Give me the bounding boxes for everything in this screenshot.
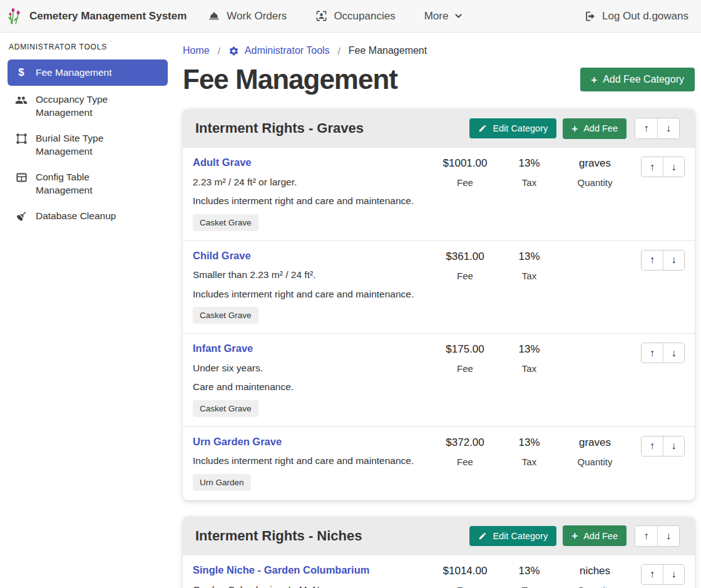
- breadcrumb-separator: /: [218, 46, 220, 56]
- app-brand[interactable]: Cemetery Management System: [8, 6, 187, 26]
- move-category-up-button[interactable]: ↑: [635, 526, 657, 546]
- category-header: Interment Rights - Graves Edit Category …: [183, 109, 695, 148]
- tax-column: 13% Tax: [499, 157, 559, 188]
- tax-column: 13% Tax: [499, 343, 559, 374]
- sidebar-item-label: Fee Management: [36, 66, 112, 79]
- fee-description: Garden Columbarium L, M, N.: [193, 584, 431, 588]
- fee-amount-value: $175.00: [431, 343, 499, 356]
- fee-row-urn-garden-grave: Urn Garden Grave Includes interment righ…: [183, 427, 695, 500]
- fee-reorder-controls: ↑ ↓: [641, 564, 685, 585]
- quantity-value: niches: [559, 565, 631, 577]
- add-fee-button[interactable]: + Add Fee: [563, 118, 627, 139]
- table-icon: [15, 172, 28, 183]
- tax-label: Tax: [499, 456, 559, 467]
- arrow-up-icon: ↑: [644, 123, 649, 133]
- arrow-up-icon: ↑: [650, 441, 655, 451]
- tax-value: 13%: [499, 250, 559, 263]
- logout-button[interactable]: Log Out d.gowans: [583, 10, 688, 23]
- sidebar-item-config-table-management[interactable]: Config Table Management: [8, 165, 168, 202]
- move-category-down-button[interactable]: ↓: [657, 526, 679, 546]
- fee-name-link[interactable]: Urn Garden Grave: [193, 436, 282, 448]
- move-fee-down-button[interactable]: ↓: [663, 157, 684, 177]
- move-fee-up-button[interactable]: ↑: [642, 343, 663, 363]
- move-fee-up-button[interactable]: ↑: [642, 436, 663, 456]
- sidebar-item-fee-management[interactable]: $ Fee Management: [8, 59, 168, 86]
- fee-description: Care and maintenance.: [193, 381, 431, 393]
- add-fee-button[interactable]: + Add Fee: [563, 525, 627, 546]
- arrow-up-icon: ↑: [650, 255, 655, 265]
- move-fee-down-button[interactable]: ↓: [663, 343, 684, 363]
- move-category-up-button[interactable]: ↑: [635, 118, 657, 138]
- arrow-down-icon: ↓: [672, 162, 677, 172]
- quantity-label: Quantity: [559, 177, 631, 188]
- broom-icon: [15, 210, 28, 222]
- fee-description: Includes interment right and care and ma…: [193, 455, 431, 467]
- fee-name-link[interactable]: Child Grave: [193, 250, 251, 262]
- sidebar-item-label: Burial Site Type Management: [36, 132, 136, 158]
- nav-item-occupancies[interactable]: Occupancies: [315, 10, 395, 23]
- nav-item-more[interactable]: More: [424, 10, 463, 23]
- top-navbar: Cemetery Management System Work Orders O…: [0, 0, 701, 33]
- sidebar-item-database-cleanup[interactable]: Database Cleanup: [8, 204, 168, 228]
- fee-amount-column: $1001.00 Fee: [431, 157, 499, 188]
- fee-type-badge: Casket Grave: [193, 214, 258, 231]
- people-icon: [15, 94, 28, 106]
- nav-item-label: Occupancies: [334, 10, 395, 23]
- edit-category-button[interactable]: Edit Category: [469, 118, 556, 138]
- nav-item-label: Work Orders: [227, 10, 287, 23]
- tax-label: Tax: [499, 363, 559, 374]
- quantity-column: niches Quantity: [559, 564, 631, 588]
- chevron-down-icon: [454, 12, 463, 20]
- fee-amount-value: $1001.00: [431, 157, 499, 170]
- tax-value: 13%: [499, 436, 559, 449]
- logout-icon: [583, 10, 596, 23]
- fee-type-badge: Casket Grave: [193, 307, 258, 324]
- move-fee-down-button[interactable]: ↓: [663, 250, 684, 270]
- fee-amount-column: $372.00 Fee: [431, 436, 499, 467]
- fee-name-link[interactable]: Adult Grave: [193, 157, 252, 169]
- fee-amount-label: Fee: [431, 177, 499, 188]
- fee-reorder-controls: ↑ ↓: [641, 343, 685, 363]
- gear-icon: [228, 46, 239, 56]
- arrow-down-icon: ↓: [666, 123, 671, 133]
- fee-reorder-controls: ↑ ↓: [641, 250, 685, 271]
- tax-column: 13% Tax: [499, 250, 559, 281]
- sidebar-item-label: Config Table Management: [36, 171, 136, 197]
- fee-name-link[interactable]: Infant Grave: [193, 343, 253, 355]
- fee-amount-value: $372.00: [431, 436, 499, 449]
- navbar-menu: Work Orders Occupancies More: [208, 10, 463, 23]
- sidebar-item-burial-site-type-management[interactable]: Burial Site Type Management: [8, 126, 168, 163]
- fee-description: Includes interment right and care and ma…: [193, 195, 431, 207]
- edit-category-button[interactable]: Edit Category: [469, 526, 556, 546]
- tax-value: 13%: [499, 343, 559, 356]
- fee-description: 2.23 m² / 24 ft² or larger.: [193, 176, 431, 188]
- breadcrumb-home-link[interactable]: Home: [183, 45, 210, 56]
- breadcrumb-separator: /: [338, 46, 340, 56]
- sidebar-item-occupancy-type-management[interactable]: Occupancy Type Management: [8, 88, 168, 125]
- arrow-up-icon: ↑: [644, 531, 649, 541]
- fee-amount-label: Fee: [431, 585, 499, 588]
- fee-name-link[interactable]: Single Niche - Garden Columbarium: [193, 564, 369, 577]
- arrow-up-icon: ↑: [650, 348, 655, 358]
- quantity-value: graves: [559, 436, 631, 449]
- move-fee-down-button[interactable]: ↓: [663, 436, 684, 456]
- breadcrumb-admin-tools-link[interactable]: Administrator Tools: [228, 45, 330, 56]
- sidebar-heading: ADMINISTRATOR TOOLS: [9, 43, 166, 51]
- move-fee-up-button[interactable]: ↑: [642, 157, 663, 177]
- tax-value: 13%: [499, 157, 559, 170]
- sidebar: ADMINISTRATOR TOOLS $ Fee Management Occ…: [0, 33, 175, 230]
- move-category-down-button[interactable]: ↓: [657, 118, 679, 138]
- add-fee-category-button[interactable]: + Add Fee Category: [580, 68, 695, 91]
- move-fee-down-button[interactable]: ↓: [663, 565, 684, 584]
- arrow-up-icon: ↑: [650, 569, 655, 579]
- fee-amount-value: $1014.00: [431, 565, 499, 577]
- move-fee-up-button[interactable]: ↑: [642, 250, 663, 270]
- logout-label: Log Out d.gowans: [602, 10, 688, 23]
- fee-amount-label: Fee: [431, 456, 499, 467]
- nav-item-work-orders[interactable]: Work Orders: [208, 10, 287, 23]
- fee-row-child-grave: Child Grave Smaller than 2.23 m² / 24 ft…: [183, 241, 695, 334]
- move-fee-up-button[interactable]: ↑: [642, 565, 663, 584]
- sidebar-item-label: Occupancy Type Management: [36, 93, 136, 119]
- quantity-column: graves Quantity: [559, 436, 631, 467]
- fee-category-card-interment-rights-niches: Interment Rights - Niches Edit Category …: [183, 517, 695, 588]
